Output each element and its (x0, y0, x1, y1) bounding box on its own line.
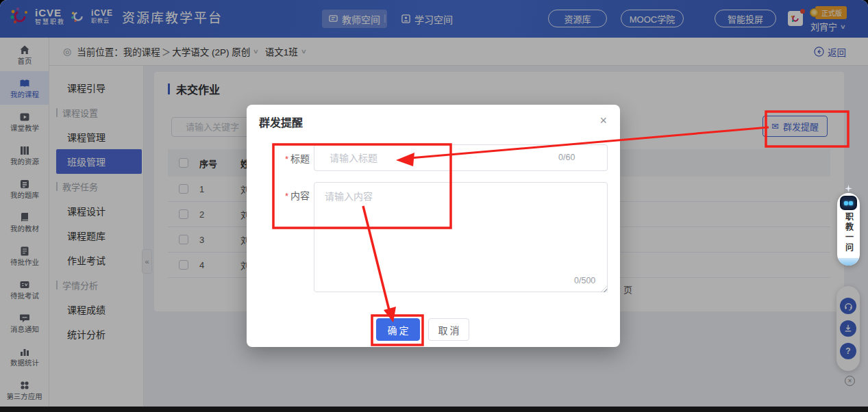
close-icon: × (599, 114, 607, 127)
window-bottom-bar (0, 407, 868, 412)
content-field-label: *内容 (267, 188, 310, 202)
title-char-counter: 0/60 (558, 153, 575, 162)
broadcast-reminder-dialog: 群发提醒 × *标题 0/60 *内容 0/500 确定 取消 (247, 105, 620, 347)
dialog-title: 群发提醒 (259, 114, 303, 130)
robot-face-icon (840, 196, 857, 210)
cancel-button[interactable]: 取消 (428, 318, 469, 341)
wave-decoration (837, 258, 860, 266)
confirm-button[interactable]: 确定 (376, 318, 420, 341)
dialog-close-button[interactable]: × (597, 112, 610, 129)
content-textarea[interactable] (314, 182, 608, 292)
app-window: iCVE 智慧职教 iCVE 职教云 资源库教学平台 教师空间 | 学习空间 资… (0, 0, 868, 407)
required-asterisk: * (285, 154, 288, 164)
ai-assistant-widget[interactable]: 职教一问 (837, 185, 860, 266)
sparkle-icon (845, 185, 852, 192)
assistant-label: 职教一问 (845, 212, 853, 253)
required-asterisk: * (285, 191, 288, 201)
content-char-counter: 0/500 (574, 276, 595, 285)
title-field-label: *标题 (267, 151, 310, 165)
